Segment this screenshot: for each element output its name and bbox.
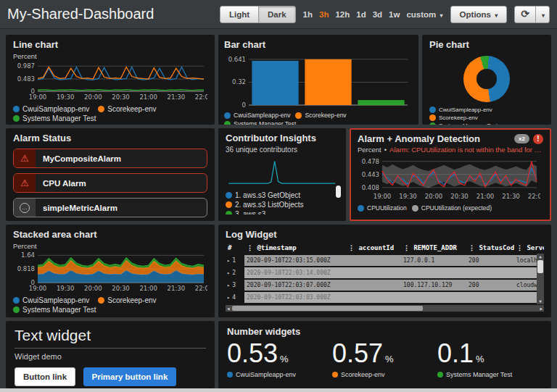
contributor-legend: 1. aws.s3 GetObject2. aws.s3 ListObjects…: [226, 191, 339, 214]
dashboard-header: My-Shared-Dashboard Light Dark 1h 3h 12h…: [0, 0, 557, 29]
metric-label: Systems Manager Test: [446, 371, 512, 378]
bar-chart-canvas[interactable]: 00.320.641: [224, 52, 411, 107]
scroll-up-icon[interactable]: ▲: [539, 254, 542, 259]
legend-label: Systems Manager Test: [22, 114, 96, 122]
scroll-down-icon[interactable]: ▼: [539, 299, 542, 304]
legend-item[interactable]: CwuiSampleapp-env: [429, 107, 492, 113]
row-index[interactable]: ▸4: [226, 292, 244, 303]
contributor-chart-canvas[interactable]: [226, 156, 339, 186]
button-link[interactable]: Button link: [15, 367, 75, 386]
legend-dot: [332, 372, 338, 378]
page-title: My-Shared-Dashboard: [7, 6, 154, 22]
row-index[interactable]: ▸2: [226, 267, 244, 278]
pie-chart-canvas[interactable]: [463, 56, 510, 102]
alarm-row-simple-metric[interactable]: … simpleMetricAlarm: [13, 198, 207, 217]
column-header-statuscode[interactable]: ⋮ StatusCode: [466, 244, 514, 251]
legend-item[interactable]: Scorekeep-env: [295, 112, 346, 119]
legend-item[interactable]: CPUUtilization (expected): [412, 204, 492, 212]
anomaly-chart-canvas[interactable]: 0.4080.4430.47819:0019:3020:0020:3021:00…: [358, 155, 540, 200]
alarm-row-cpu[interactable]: ⚠ CPU Alarm: [13, 173, 207, 193]
legend-dot: [437, 372, 443, 378]
log-row[interactable]: ▸12020-09-10T22:03:15.000Z127.0.0.1200lo…: [226, 255, 544, 266]
log-row[interactable]: ▸32020-09-10T22:03:07.000Z100.127.10.129…: [226, 280, 544, 291]
stacked-area-canvas[interactable]: 00.8181.6419:0019:3020:0020:3021:0021:30…: [13, 251, 207, 292]
contributor-insights-widget: Contributor Insights 36 unique contribut…: [218, 128, 346, 221]
expand-row-icon[interactable]: ▸: [227, 295, 230, 301]
svg-text:1.64: 1.64: [21, 251, 35, 259]
refresh-options-button[interactable]: ▾: [535, 6, 550, 23]
vertical-scrollbar[interactable]: ▲ ▼: [537, 254, 544, 304]
row-index[interactable]: ▸3: [226, 280, 244, 291]
log-cell: 200: [466, 282, 514, 288]
line-chart-widget: Line chart Percent 00.4830.98719:0019:30…: [6, 35, 215, 125]
widget-title: Alarm Status: [13, 133, 207, 143]
column-header-accountid[interactable]: ⋮ accountId: [346, 244, 401, 251]
anomaly-subtitle: Percent • Alarm: CPUUtilization is not w…: [358, 146, 543, 154]
range-3d[interactable]: 3d: [373, 10, 382, 19]
range-custom[interactable]: custom ▾: [406, 10, 442, 19]
expand-row-icon[interactable]: ▸: [227, 258, 230, 264]
legend-label: Scorekeep-env: [439, 114, 478, 121]
range-1d[interactable]: 1d: [356, 10, 366, 19]
column-header-[interactable]: #: [226, 244, 244, 251]
horizontal-scrollbar[interactable]: ◀ ▶: [226, 305, 544, 312]
vertical-scrollbar-thumb[interactable]: [537, 260, 543, 273]
log-row[interactable]: ▸22020-09-10T22:03:14.000Z: [226, 267, 544, 278]
column-header-remoteaddr[interactable]: ⋮ REMOTE_ADDR: [401, 244, 466, 251]
widget-title: Alarm + Anomaly Detection: [358, 133, 511, 144]
alarm-metric-icon: ⚠: [14, 174, 36, 192]
row-number: 1: [232, 257, 236, 264]
primary-button-link[interactable]: Primary button link: [83, 367, 177, 386]
number-widget-group: 0.53% CwuiSampleapp-env 0.57% Scorekeep-…: [227, 339, 542, 378]
legend-label: 2. aws.s3 ListObjects: [235, 201, 303, 209]
options-button[interactable]: Options ▾: [450, 6, 508, 23]
legend-item[interactable]: Scorekeep-env: [429, 114, 478, 121]
contributor-count: 36 unique contributors: [226, 146, 339, 154]
legend-item[interactable]: CwuiSampleapp-env: [13, 296, 89, 304]
theme-dark-button[interactable]: Dark: [258, 6, 296, 23]
legend-item[interactable]: CwuiSampleapp-env: [13, 105, 89, 113]
range-1w[interactable]: 1w: [389, 10, 400, 19]
chart-legend: CwuiSampleapp-envScorekeep-envSystems Ma…: [429, 107, 544, 125]
refresh-button[interactable]: ⟳: [514, 6, 536, 23]
svg-text:20:00: 20:00: [84, 93, 102, 101]
column-header-servername[interactable]: ⋮ ServerName: [514, 244, 544, 251]
legend-label: Systems Manager Test: [234, 120, 296, 125]
row-index[interactable]: ▸1: [226, 255, 244, 266]
theme-light-button[interactable]: Light: [220, 6, 259, 23]
legend-item[interactable]: Systems Manager Test: [13, 114, 96, 122]
legend-scrollbar-thumb[interactable]: [336, 185, 341, 198]
svg-text:19:00: 19:00: [29, 93, 47, 101]
legend-item[interactable]: 3. aws.s3 …: [226, 209, 339, 214]
svg-text:21:30: 21:30: [168, 285, 186, 292]
column-header-timestamp[interactable]: ⋮ @timestamp: [244, 244, 346, 251]
legend-item[interactable]: Systems Manager Test: [224, 120, 296, 125]
legend-item[interactable]: Systems Manager Test: [429, 122, 498, 125]
svg-text:0.987: 0.987: [17, 62, 35, 70]
horizontal-scrollbar-thumb[interactable]: [232, 306, 423, 311]
legend-item[interactable]: Scorekeep-env: [98, 296, 156, 304]
range-12h[interactable]: 12h: [335, 10, 350, 19]
scroll-left-icon[interactable]: ◀: [226, 306, 231, 311]
widget-title: Log Widget: [226, 229, 544, 240]
range-3h[interactable]: 3h: [319, 10, 329, 19]
scroll-right-icon[interactable]: ▶: [538, 306, 544, 311]
expand-row-icon[interactable]: ▸: [227, 270, 230, 276]
svg-text:0.641: 0.641: [228, 56, 246, 63]
dashboard-row-2: Alarm Status ⚠ MyCompositeAlarm ⚠ CPU Al…: [6, 128, 551, 221]
legend-item[interactable]: 1. aws.s3 GetObject: [226, 191, 339, 200]
legend-item[interactable]: Scorekeep-env: [98, 105, 156, 113]
legend-item[interactable]: Systems Manager Test: [13, 306, 96, 314]
metric-unit: %: [476, 354, 484, 364]
insufficient-data-icon: …: [14, 199, 36, 217]
legend-item[interactable]: CPUUtilization: [358, 204, 407, 212]
log-cell: 100.127.10.129: [401, 282, 466, 288]
range-1h[interactable]: 1h: [303, 10, 313, 19]
legend-item[interactable]: CwuiSampleapp-env: [224, 112, 290, 119]
expand-row-icon[interactable]: ▸: [227, 283, 230, 288]
line-chart-canvas[interactable]: 00.4830.98719:0019:3020:0020:3021:0021:3…: [13, 62, 207, 101]
legend-dot: [98, 106, 104, 112]
log-row[interactable]: ▸42020-09-10T22:03:03.000Z: [226, 292, 544, 303]
alarm-row-composite[interactable]: ⚠ MyCompositeAlarm: [13, 149, 207, 168]
legend-item[interactable]: 2. aws.s3 ListObjects: [226, 200, 339, 209]
